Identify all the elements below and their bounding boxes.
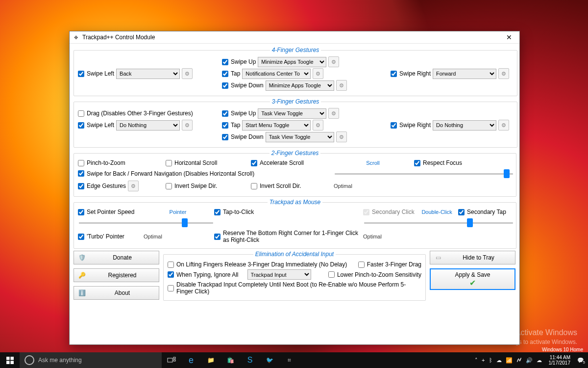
chk-3f-swipe-left[interactable]: Swipe Left: [78, 122, 114, 129]
group-3-finger: 3-Finger Gestures Drag (Disables Other 3…: [74, 98, 517, 148]
tray-cloud-icon[interactable]: ☁: [537, 357, 542, 364]
gear-icon[interactable]: ⚙: [313, 68, 323, 79]
chk-lower-pinch[interactable]: Lower Pinch-to-Zoom Sensitivity: [328, 271, 421, 278]
tray-bluetooth-icon[interactable]: ᛒ: [489, 357, 492, 363]
group-elimination: Elimination of Accidental Input On Lifti…: [163, 251, 426, 301]
slider-pointer[interactable]: [79, 218, 213, 227]
chk-swipe-nav[interactable]: Swipe for Back / Forward Navigation (Dis…: [78, 170, 332, 177]
taskbar-app-twitter[interactable]: 🐦: [260, 352, 279, 368]
chk-secondary-click[interactable]: Secondary Click: [363, 209, 415, 215]
sel-4f-swipe-left[interactable]: Back: [116, 69, 180, 79]
tray-add-icon[interactable]: +: [482, 357, 485, 363]
titlebar[interactable]: ✥ Trackpad++ Control Module ✕: [70, 31, 519, 44]
tray-wifi-icon[interactable]: 📶: [506, 357, 513, 364]
taskbar-app-edge[interactable]: e: [181, 352, 201, 368]
chk-4f-swipe-right[interactable]: Swipe Right: [391, 70, 431, 77]
chk-tap-to-click[interactable]: Tap-to-Click: [214, 209, 361, 215]
key-icon: 🔑: [78, 272, 86, 279]
taskbar-clock[interactable]: 11:44 AM 1/17/2017: [546, 355, 574, 366]
slider-double-click[interactable]: [364, 218, 513, 227]
sel-4f-swipe-up[interactable]: Minimize Apps Toogle: [258, 57, 326, 67]
chk-edge-gestures[interactable]: Edge Gestures: [78, 183, 126, 189]
donate-button[interactable]: 🛡️Donate: [74, 251, 159, 264]
taskbar-app-skype[interactable]: S: [240, 352, 260, 368]
svg-rect-3: [10, 361, 14, 364]
cortana-search[interactable]: Ask me anything: [20, 352, 162, 368]
taskbar-app-store[interactable]: 🛍️: [220, 352, 240, 368]
chk-accelerate-scroll[interactable]: Accelerate Scroll: [251, 159, 332, 166]
tray-overflow-icon[interactable]: ˄: [475, 357, 478, 364]
svg-rect-1: [10, 357, 14, 360]
chk-invert-scroll[interactable]: Invert Scroll Dir.: [251, 183, 332, 189]
chk-horizontal-scroll[interactable]: Horizontal Scroll: [166, 159, 249, 166]
sel-3f-swipe-down[interactable]: Task View Toggle: [266, 132, 334, 142]
legend-elimination: Elimination of Accidental Input: [253, 251, 336, 258]
window-title: Trackpad++ Control Module: [82, 34, 502, 41]
chk-4f-swipe-down[interactable]: Swipe Down: [222, 82, 264, 89]
chk-faster-drag[interactable]: Faster 3-Finger Drag: [358, 261, 421, 268]
sel-3f-swipe-left[interactable]: Do Nothing: [116, 120, 180, 131]
chk-turbo-pointer[interactable]: 'Turbo' Pointer: [78, 233, 142, 240]
start-button[interactable]: [0, 352, 20, 368]
gear-icon[interactable]: ⚙: [336, 80, 347, 91]
tray-onedrive-icon[interactable]: ☁: [496, 357, 502, 364]
chk-4f-tap[interactable]: Tap: [222, 70, 240, 77]
apply-save-button[interactable]: Apply & Save ✔: [430, 268, 515, 290]
windows-edition-label: Windows 10 Home: [542, 347, 583, 352]
pointer-label: Pointer: [144, 209, 212, 215]
registered-button[interactable]: 🔑Registered: [74, 268, 159, 282]
gear-icon[interactable]: ⚙: [336, 131, 347, 142]
taskbar[interactable]: Ask me anything e 📁 🛍️ S 🐦 ⌗ ˄ + ᛒ ☁ 📶 🗲…: [0, 352, 588, 368]
shield-icon: 🛡️: [78, 254, 86, 261]
gear-icon[interactable]: ⚙: [313, 120, 323, 131]
sel-4f-swipe-down[interactable]: Minimize Apps Toogle: [266, 80, 334, 91]
gear-icon[interactable]: ⚙: [128, 181, 139, 191]
sel-4f-tap[interactable]: Notifications Center To: [242, 69, 311, 79]
taskbar-app-explorer[interactable]: 📁: [201, 352, 220, 368]
gear-icon[interactable]: ⚙: [498, 68, 509, 79]
tray-volume-icon[interactable]: 🔊: [526, 357, 533, 364]
sel-when-typing[interactable]: Trackpad Input: [247, 269, 311, 280]
gear-icon[interactable]: ⚙: [498, 120, 509, 131]
gear-icon[interactable]: ⚙: [182, 120, 193, 131]
action-center-icon[interactable]: 💬5: [577, 357, 584, 364]
cortana-icon: [24, 355, 34, 365]
chk-set-pointer-speed[interactable]: Set Pointer Speed: [78, 209, 142, 215]
gear-icon[interactable]: ⚙: [328, 56, 339, 67]
chk-3f-tap[interactable]: Tap: [222, 122, 240, 129]
chk-when-typing[interactable]: When Typing, Ignore All: [168, 271, 239, 278]
about-button[interactable]: ℹ️About: [74, 286, 159, 300]
scroll-optimal-label: Optimal: [334, 183, 412, 189]
sel-3f-swipe-up[interactable]: Task View Toggle: [258, 108, 326, 119]
chk-4f-swipe-left[interactable]: Swipe Left: [78, 70, 114, 77]
sel-4f-swipe-right[interactable]: Forward: [433, 69, 496, 79]
legend-3-finger: 3-Finger Gestures: [270, 98, 321, 105]
close-button[interactable]: ✕: [502, 33, 516, 41]
task-view-button[interactable]: [162, 352, 181, 368]
chk-respect-focus[interactable]: Respect Focus: [414, 159, 512, 166]
sel-3f-tap[interactable]: Start Menu Toggle: [242, 120, 311, 131]
taskbar-app-slack[interactable]: ⌗: [279, 352, 299, 368]
hide-to-tray-button[interactable]: ▭Hide to Tray: [430, 251, 515, 264]
chk-4f-swipe-up[interactable]: Swipe Up: [222, 58, 256, 65]
chk-secondary-tap[interactable]: Secondary Tap: [458, 209, 512, 215]
chk-3f-swipe-right[interactable]: Swipe Right: [391, 122, 431, 129]
svg-rect-4: [168, 358, 172, 362]
chk-3f-swipe-down[interactable]: Swipe Down: [222, 133, 264, 140]
gear-icon[interactable]: ⚙: [182, 68, 193, 79]
app-icon: ✥: [73, 34, 79, 41]
chk-release-drag[interactable]: On Lifting Fingers Release 3-Finger Drag…: [168, 261, 347, 268]
chk-disable-until-boot[interactable]: Disable Trackpad Input Completely Until …: [168, 281, 421, 295]
chk-3f-drag[interactable]: Drag (Disables Other 3-Finger Gestures): [78, 110, 193, 117]
chk-3f-swipe-up[interactable]: Swipe Up: [222, 110, 256, 117]
sel-3f-swipe-right[interactable]: Do Nothing: [433, 120, 496, 131]
chk-pinch-zoom[interactable]: Pinch-to-Zoom: [78, 159, 164, 166]
system-tray[interactable]: ˄ + ᛒ ☁ 📶 🗲 🔊 ☁ 11:44 AM 1/17/2017 💬5: [471, 355, 588, 366]
chk-reserve-corner[interactable]: Reserve The Bottom Right Corner for 1-Fi…: [214, 230, 361, 243]
gear-icon[interactable]: ⚙: [328, 108, 339, 119]
tray-battery-icon[interactable]: 🗲: [516, 357, 522, 363]
svg-rect-2: [6, 361, 10, 364]
slider-scroll[interactable]: [335, 169, 513, 178]
chk-invert-swipe[interactable]: Invert Swipe Dir.: [166, 183, 249, 189]
legend-4-finger: 4-Finger Gestures: [270, 47, 321, 53]
